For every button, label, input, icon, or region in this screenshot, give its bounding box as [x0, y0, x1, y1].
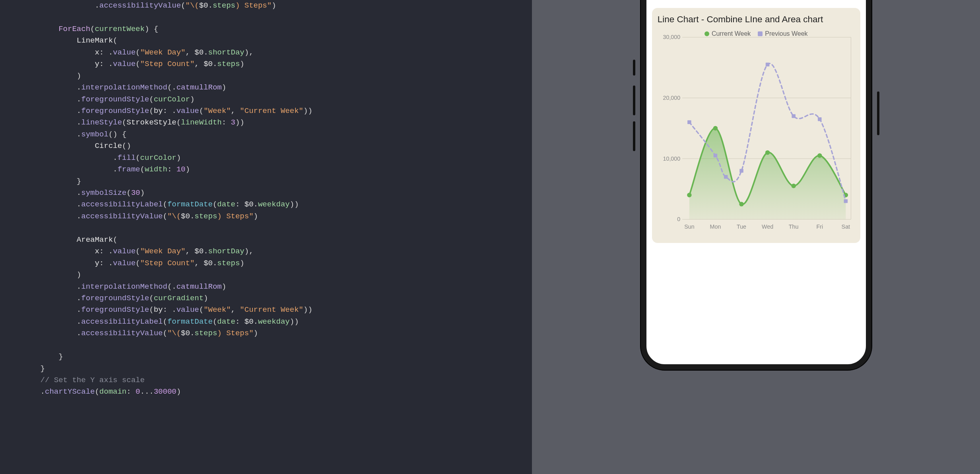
iphone-simulator[interactable]: Line Chart - Combine LIne and Area chart… — [641, 0, 871, 370]
legend-current-label: Current Week — [712, 30, 751, 37]
svg-text:Thu: Thu — [789, 223, 799, 230]
chart-card: Line Chart - Combine LIne and Area chart… — [652, 8, 860, 243]
svg-text:Sat: Sat — [841, 223, 850, 230]
svg-text:Sun: Sun — [684, 223, 694, 230]
svg-point-19 — [765, 150, 770, 155]
device-side-button — [877, 91, 879, 135]
svg-rect-24 — [713, 153, 717, 157]
svg-point-16 — [687, 193, 691, 197]
chart-svg: 010,00020,00030,000SunMonTueWedThuFriSat — [658, 29, 855, 237]
svg-point-21 — [817, 153, 822, 158]
svg-rect-28 — [792, 114, 796, 118]
svg-point-17 — [713, 126, 717, 130]
device-volume-down — [633, 121, 635, 151]
svg-text:Wed: Wed — [762, 223, 773, 230]
legend-previous-label: Previous Week — [765, 30, 807, 37]
chart-title: Line Chart - Combine LIne and Area chart — [658, 14, 855, 25]
svg-text:Tue: Tue — [737, 223, 746, 230]
svg-text:Fri: Fri — [816, 223, 823, 230]
chart-legend: Current Week Previous Week — [658, 30, 855, 37]
svg-text:10,000: 10,000 — [663, 155, 680, 162]
svg-rect-29 — [818, 117, 822, 121]
legend-current-swatch — [704, 31, 709, 36]
svg-rect-23 — [687, 120, 691, 124]
preview-canvas: Line Chart - Combine LIne and Area chart… — [532, 0, 980, 474]
svg-rect-26 — [739, 169, 743, 173]
svg-point-20 — [791, 184, 796, 188]
legend-previous-swatch — [758, 31, 763, 36]
svg-rect-30 — [844, 199, 848, 203]
svg-text:0: 0 — [677, 216, 680, 222]
svg-point-18 — [739, 202, 743, 206]
svg-text:Mon: Mon — [710, 223, 721, 230]
svg-rect-27 — [766, 63, 770, 67]
device-silence-switch — [633, 60, 635, 76]
legend-current: Current Week — [704, 30, 751, 37]
svg-text:20,000: 20,000 — [663, 95, 680, 101]
svg-rect-25 — [724, 175, 728, 179]
legend-previous: Previous Week — [758, 30, 807, 37]
device-volume-up — [633, 85, 635, 115]
code-editor[interactable]: .accessibilityValue("\($0.steps) Steps")… — [0, 0, 532, 474]
chart-area: Current Week Previous Week — [658, 29, 855, 237]
